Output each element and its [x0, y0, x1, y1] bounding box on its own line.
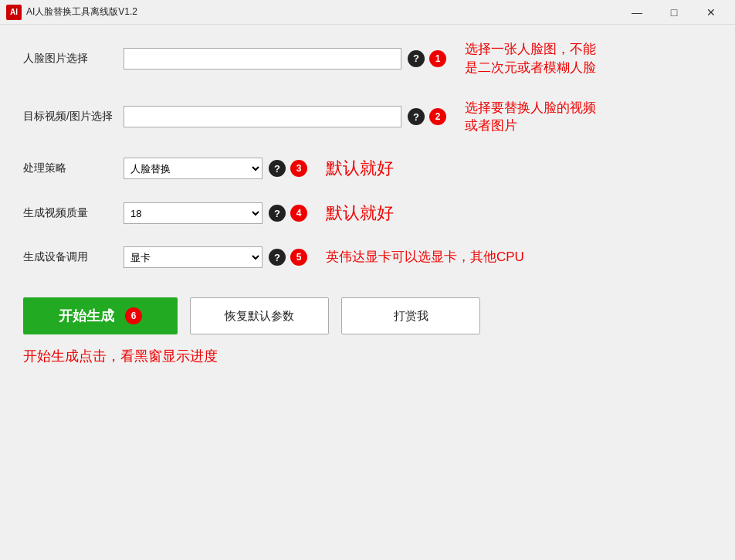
quality-step-badge: 4: [290, 205, 307, 222]
start-button[interactable]: 开始生成 6: [23, 297, 178, 334]
window-controls: — □ ✕: [619, 0, 729, 25]
strategy-select[interactable]: 人脸替换 人脸增强: [124, 158, 262, 179]
title-bar: AI AI人脸替换工具离线版V1.2 — □ ✕: [0, 0, 735, 25]
strategy-hint: 默认就好: [326, 157, 394, 180]
target-video-step-badge: 2: [429, 108, 446, 125]
face-image-step-badge: 1: [429, 50, 446, 67]
reset-button[interactable]: 恢复默认参数: [190, 297, 329, 334]
quality-select[interactable]: 18 20 22 24 26: [124, 202, 262, 224]
minimize-button[interactable]: —: [619, 0, 655, 25]
face-image-help-icon[interactable]: ?: [408, 50, 425, 67]
buttons-row: 开始生成 6 恢复默认参数 打赏我: [23, 297, 712, 334]
strategy-row: 处理策略 人脸替换 人脸增强 ? 3 默认就好: [23, 157, 712, 180]
start-button-label: 开始生成: [59, 307, 114, 325]
app-icon: AI: [6, 5, 22, 20]
face-image-label: 人脸图片选择: [23, 52, 124, 66]
strategy-step-badge: 3: [290, 160, 307, 177]
close-button[interactable]: ✕: [693, 0, 729, 25]
strategy-help-icon[interactable]: ?: [269, 160, 286, 177]
device-row: 生成设备调用 显卡 CPU ? 5 英伟达显卡可以选显卡，其他CPU: [23, 246, 712, 268]
quality-hint: 默认就好: [326, 202, 394, 225]
target-video-help-icon[interactable]: ?: [408, 108, 425, 125]
target-video-hint: 选择要替换人脸的视频或者图片: [465, 99, 596, 136]
device-select[interactable]: 显卡 CPU: [124, 246, 262, 268]
face-image-input[interactable]: [124, 48, 401, 70]
app-title: AI人脸替换工具离线版V1.2: [26, 5, 619, 19]
maximize-button[interactable]: □: [656, 0, 692, 25]
target-video-label: 目标视频/图片选择: [23, 110, 124, 124]
start-step-badge: 6: [125, 307, 142, 324]
strategy-label: 处理策略: [23, 161, 124, 175]
target-video-row: 目标视频/图片选择 ? 2 选择要替换人脸的视频或者图片: [23, 99, 712, 136]
target-video-input[interactable]: [124, 106, 401, 127]
device-step-badge: 5: [290, 249, 307, 266]
bottom-hint: 开始生成点击，看黑窗显示进度: [23, 347, 712, 365]
device-label: 生成设备调用: [23, 250, 124, 264]
quality-help-icon[interactable]: ?: [269, 205, 286, 222]
face-image-hint: 选择一张人脸图，不能是二次元或者模糊人脸: [465, 40, 596, 77]
device-hint: 英伟达显卡可以选显卡，其他CPU: [326, 248, 524, 266]
main-content: 人脸图片选择 ? 1 选择一张人脸图，不能是二次元或者模糊人脸 目标视频/图片选…: [0, 25, 735, 560]
quality-row: 生成视频质量 18 20 22 24 26 ? 4 默认就好: [23, 202, 712, 225]
device-help-icon[interactable]: ?: [269, 249, 286, 266]
face-image-row: 人脸图片选择 ? 1 选择一张人脸图，不能是二次元或者模糊人脸: [23, 40, 712, 77]
quality-label: 生成视频质量: [23, 206, 124, 220]
donate-button[interactable]: 打赏我: [341, 297, 480, 334]
